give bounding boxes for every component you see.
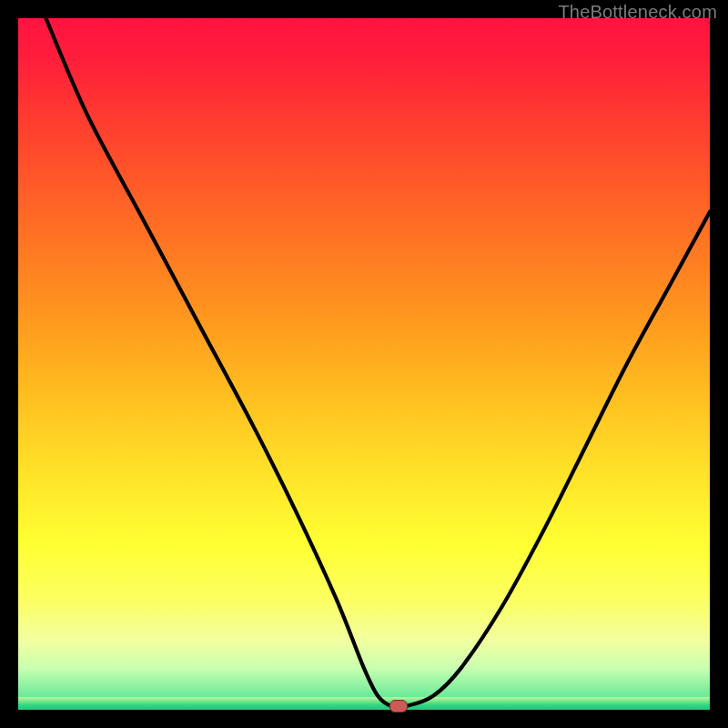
optimal-point-marker <box>389 700 408 713</box>
bottleneck-curve <box>18 18 710 710</box>
watermark-text: TheBottleneck.com <box>558 2 717 23</box>
chart-frame: TheBottleneck.com <box>0 0 728 728</box>
